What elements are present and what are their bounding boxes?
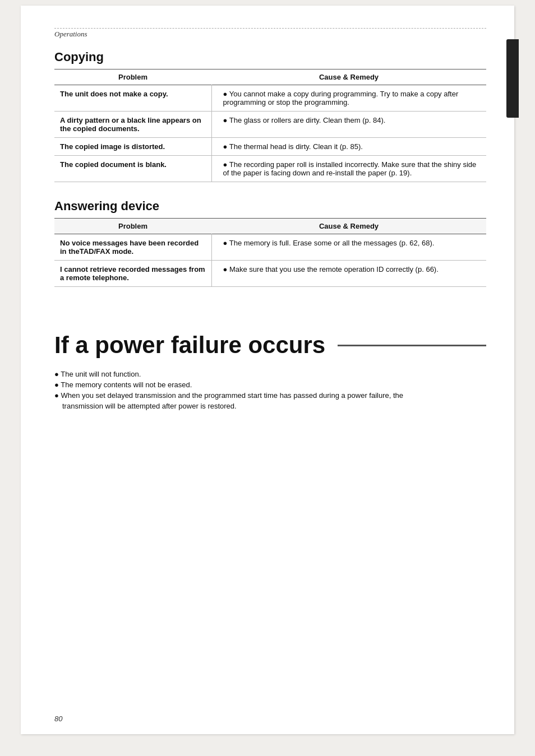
page: Operations Copying Problem Cause & Remed… [21,6,514,734]
section-spacer [54,298,486,315]
table-row: A dirty pattern or a black line appears … [54,112,486,138]
answering-section: Answering device Problem Cause & Remedy … [54,199,486,287]
table-row: No voice messages have been recorded in … [54,234,486,261]
remedy-cell: ● The memory is full. Erase some or all … [211,234,486,261]
copying-col-problem: Problem [54,69,211,85]
table-row: The copied document is blank.● The recor… [54,156,486,182]
remedy-cell: ● Make sure that you use the remote oper… [211,261,486,287]
power-failure-section: If a power failure occurs [54,332,486,359]
side-tab-decoration [506,39,519,118]
problem-cell: The unit does not make a copy. [54,85,211,112]
list-item: transmission will be attempted after pow… [54,402,486,410]
top-rule [54,28,486,29]
power-failure-list: The unit will not function.The memory co… [54,370,486,410]
problem-cell: The copied image is distorted. [54,138,211,156]
problem-cell: I cannot retrieve recorded messages from… [54,261,211,287]
problem-cell: No voice messages have been recorded in … [54,234,211,261]
answering-col-problem: Problem [54,219,211,234]
list-item: The unit will not function. [54,370,486,378]
title-rule [338,345,486,346]
remedy-cell: ● The glass or rollers are dirty. Clean … [211,112,486,138]
power-failure-title: If a power failure occurs [54,332,325,359]
answering-table: Problem Cause & Remedy No voice messages… [54,218,486,287]
answering-col-remedy: Cause & Remedy [211,219,486,234]
copying-col-remedy: Cause & Remedy [211,69,486,85]
copying-title: Copying [54,50,486,64]
operations-label: Operations [54,30,486,39]
problem-cell: The copied document is blank. [54,156,211,182]
remedy-cell: ● The recording paper roll is installed … [211,156,486,182]
table-row: The copied image is distorted.● The ther… [54,138,486,156]
copying-table: Problem Cause & Remedy The unit does not… [54,69,486,182]
problem-cell: A dirty pattern or a black line appears … [54,112,211,138]
table-row: I cannot retrieve recorded messages from… [54,261,486,287]
remedy-cell: ● You cannot make a copy during programm… [211,85,486,112]
answering-title: Answering device [54,199,486,214]
page-number: 80 [54,715,62,723]
list-item: The memory contents will not be erased. [54,381,486,389]
table-row: The unit does not make a copy.● You cann… [54,85,486,112]
remedy-cell: ● The thermal head is dirty. Clean it (p… [211,138,486,156]
list-item: When you set delayed transmission and th… [54,391,486,400]
